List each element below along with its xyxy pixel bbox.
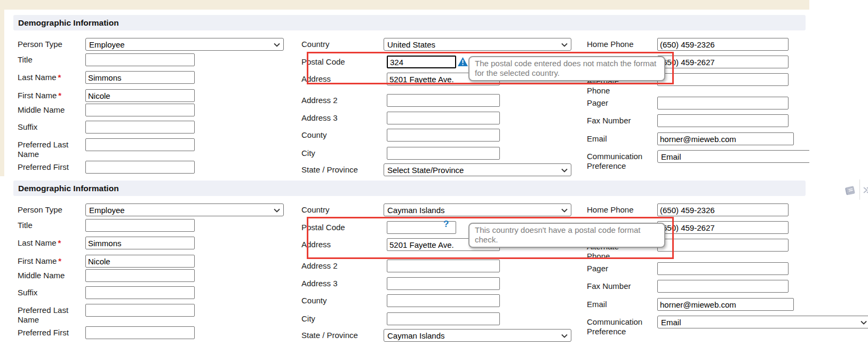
section-header: Demographic Information [13,181,806,196]
state-label: State / Province [301,165,360,175]
person-type-select[interactable]: Employee [85,203,284,216]
preferred-first-input[interactable] [85,161,195,174]
county-input[interactable] [387,294,500,307]
required-asterisk: * [58,256,61,265]
person-type-value: Employee [89,206,125,215]
email-input[interactable] [657,298,794,311]
preferred-last-label: Preferred Last Name [18,305,83,325]
county-label: County [301,130,360,140]
communication-preference-select[interactable]: Email [657,316,868,328]
pager-label: Pager [587,264,647,273]
screenshot-top-us: Demographic Information Person Type Empl… [0,0,809,177]
state-label: State / Province [301,331,360,340]
suffix-label: Suffix [18,288,83,297]
country-select[interactable]: United States [384,38,571,51]
address3-label: Address 3 [301,113,360,123]
address3-input[interactable] [387,277,500,290]
home-phone-input[interactable] [657,38,789,51]
state-select[interactable]: Select State/Province [384,163,571,176]
country-value: Cayman Islands [387,206,445,215]
address2-label: Address 2 [301,96,360,105]
title-input[interactable] [85,53,195,66]
required-asterisk: * [58,238,61,247]
communication-preference-select[interactable]: Email [657,150,809,163]
last-name-input[interactable] [85,71,195,84]
chevron-down-icon [561,208,568,213]
preferred-last-input[interactable] [85,138,195,151]
suffix-input[interactable] [85,121,195,134]
home-phone-label: Home Phone [587,40,647,49]
state-value: Select State/Province [387,166,464,175]
city-label: City [301,314,360,324]
preferred-first-label: Preferred First [18,162,83,172]
screenshot-stage: Demographic Information Person Type Empl… [0,0,868,345]
country-label: Country [301,40,360,49]
person-type-label: Person Type [18,205,83,215]
preferred-first-input[interactable] [85,326,195,339]
city-input[interactable] [387,312,500,325]
county-label: County [301,296,360,305]
communication-preference-value: Email [661,152,681,161]
section-header: Demographic Information [13,15,806,30]
first-name-input[interactable] [85,255,195,268]
chevron-down-icon [861,320,867,325]
pager-label: Pager [587,98,647,108]
alternate-phone-input[interactable] [657,239,789,252]
work-phone-input[interactable] [657,221,789,234]
address3-input[interactable] [387,112,500,124]
first-name-label: First Name* [18,91,83,100]
address3-label: Address 3 [301,279,360,288]
state-select[interactable]: Cayman Islands [384,329,571,342]
warning-triangle-icon[interactable] [458,57,468,68]
person-type-select[interactable]: Employee [85,38,284,51]
last-name-input[interactable] [85,237,195,249]
home-phone-input[interactable] [657,203,789,216]
middle-name-input[interactable] [85,269,195,282]
address-label: Address [301,74,360,84]
address2-input[interactable] [387,94,500,107]
state-value: Cayman Islands [387,331,445,340]
address-label: Address [301,240,360,249]
fax-number-label: Fax Number [587,281,647,291]
address2-input[interactable] [387,260,500,272]
postal-code-input[interactable] [387,56,456,68]
fax-number-input[interactable] [657,114,789,127]
middle-name-label: Middle Name [18,105,83,115]
postal-code-tooltip: This country doesn't have a postal code … [468,223,665,248]
required-asterisk: * [58,73,61,82]
communication-preference-label: Communication Preference [587,152,647,171]
county-input[interactable] [387,129,500,142]
chevron-down-icon [561,42,568,48]
screenshot-bottom-cayman: Demographic Information Person Type Empl… [0,176,868,345]
fax-number-label: Fax Number [587,116,647,126]
city-label: City [301,148,360,158]
title-input[interactable] [85,219,195,232]
country-select[interactable]: Cayman Islands [384,203,571,216]
postal-code-tooltip: The postal code entered does not match t… [468,56,665,81]
first-name-label: First Name* [18,256,83,266]
required-asterisk: * [58,91,61,100]
city-input[interactable] [387,147,500,160]
middle-name-label: Middle Name [18,271,83,280]
fax-number-input[interactable] [657,280,789,293]
suffix-label: Suffix [18,122,83,132]
work-phone-input[interactable] [657,56,789,68]
help-question-icon[interactable]: ? [443,219,449,230]
suffix-input[interactable] [85,286,195,299]
email-input[interactable] [657,132,794,145]
last-name-label: Last Name* [18,238,83,248]
alternate-phone-input[interactable] [657,73,789,86]
communication-preference-label: Communication Preference [587,317,647,336]
chevron-down-icon [561,333,568,339]
first-name-input[interactable] [85,89,195,102]
chevron-down-icon [561,168,568,173]
pager-input[interactable] [657,97,789,109]
postal-code-label: Postal Code [301,57,360,67]
home-phone-label: Home Phone [587,205,647,215]
middle-name-input[interactable] [85,104,195,116]
communication-preference-value: Email [661,318,681,327]
preferred-last-label: Preferred Last Name [18,140,83,159]
preferred-last-input[interactable] [85,304,195,317]
pager-input[interactable] [657,262,789,275]
country-label: Country [301,205,360,215]
